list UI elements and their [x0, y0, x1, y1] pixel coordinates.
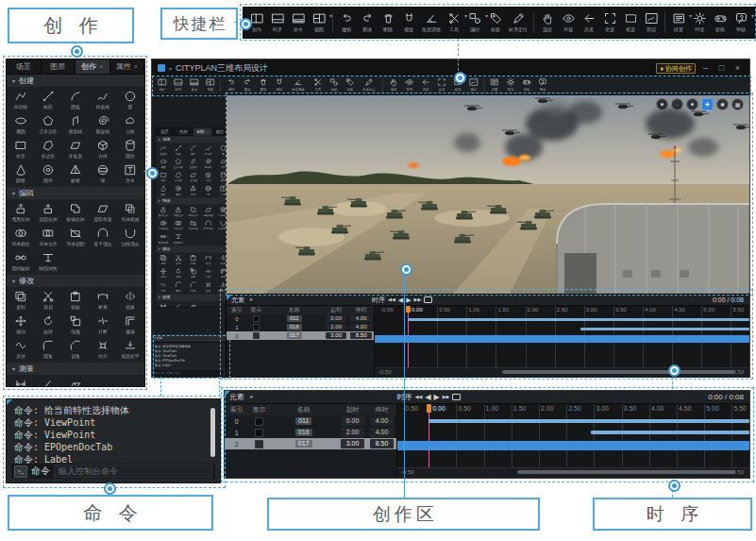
view-grid-button[interactable]: ▦	[731, 98, 744, 110]
toolbar-item-12[interactable]: 材质定位	[358, 77, 380, 94]
tool-pentagon[interactable]: 正多边形	[34, 112, 61, 137]
end-time[interactable]: 4.00	[350, 315, 372, 323]
toolbar-item-7[interactable]: 捕捉	[398, 10, 419, 35]
timeline-bar[interactable]	[408, 318, 749, 321]
panel-tab-1[interactable]: 图层	[175, 128, 193, 136]
tool-scale[interactable]: 缩放	[186, 266, 201, 279]
timeline-ruler[interactable]: -0.500.501.001.502.002.503.003.504.004.5…	[397, 404, 749, 478]
timeline-bar[interactable]	[375, 335, 749, 343]
toolbar-item-4[interactable]: 撤销	[336, 10, 357, 35]
panel-group-header[interactable]: ▾修改	[156, 245, 227, 252]
toolbar-item-10[interactable]: 编组▾	[464, 10, 485, 35]
tool-angle[interactable]: 线角度	[34, 376, 61, 387]
scrollbar-thumb[interactable]	[502, 370, 734, 374]
tool-vline[interactable]: 垂面线	[61, 112, 89, 137]
table-row[interactable]: 00110.004.00	[225, 415, 396, 427]
toolbar-item-14[interactable]: 环视	[558, 10, 579, 35]
tool-spline[interactable]: 样条线	[201, 144, 216, 157]
tool-break[interactable]: 打断	[201, 266, 216, 279]
tool-scale[interactable]: 缩放	[61, 313, 89, 337]
tool-tee[interactable]: 线面转换	[171, 232, 186, 245]
toolbar-item-1[interactable]: 时序	[170, 77, 186, 94]
tool-explode[interactable]: 炸开	[201, 280, 216, 294]
toolbar-item-2[interactable]: 命令	[186, 77, 202, 94]
timeline-scrollbar[interactable]: -0.508.50	[375, 367, 749, 378]
tool-spline[interactable]: 样条线	[90, 88, 117, 112]
tool-union[interactable]: 棱轴拉伸	[186, 205, 201, 218]
tool-tee[interactable]: 线面转换	[34, 249, 61, 274]
start-time[interactable]: 3.00	[326, 332, 347, 340]
tool-subtract[interactable]: 实体相减	[216, 205, 227, 218]
toolbar-item-15[interactable]: 后退	[417, 77, 433, 94]
add-element-button[interactable]: +	[244, 296, 253, 303]
end-time[interactable]: 4.00	[370, 428, 395, 436]
tool-torus[interactable]: 圆环	[34, 161, 61, 186]
toolbar-item-5[interactable]: 重做	[357, 10, 378, 35]
control-group-header[interactable]: ▾ 控制	[152, 334, 226, 342]
timeline-bar[interactable]	[428, 419, 749, 423]
timeline-scrollbar[interactable]: -0.508.50	[397, 467, 749, 478]
panel-group-header[interactable]: ▾测量	[156, 294, 227, 300]
timeline-ruler[interactable]: -0.500.501.001.502.002.503.003.504.004.5…	[375, 306, 749, 378]
visibility-checkbox[interactable]	[255, 417, 263, 426]
tool-arc[interactable]: 圆弧	[186, 144, 201, 157]
tool-arch[interactable]: 签卡强化	[90, 225, 117, 249]
toolbar-item-9[interactable]: 工具▾	[444, 10, 464, 35]
tool-pyramid[interactable]: 棱锥	[61, 161, 89, 186]
visibility-checkbox[interactable]	[253, 332, 260, 339]
orbit-button[interactable]	[656, 98, 668, 110]
tool-angle[interactable]: 线角度	[171, 301, 186, 308]
timeline-bar[interactable]	[580, 328, 749, 330]
toolbar-item-18[interactable]: 跟踪	[465, 77, 481, 94]
scrollbar-thumb[interactable]	[517, 470, 735, 474]
panel-group-header[interactable]: ▾修改	[7, 275, 144, 287]
tool-intersect[interactable]: 实体相交	[7, 225, 34, 249]
toolbar-item-21[interactable]: 游戏	[710, 10, 731, 35]
panel-tab-0[interactable]: 场景	[156, 128, 175, 136]
toolbar-item-18[interactable]: 跟踪	[641, 10, 662, 35]
tool-sphere[interactable]: 球	[201, 184, 216, 197]
maximize-button[interactable]: □	[715, 63, 728, 73]
toolbar-item-11[interactable]: 标签	[485, 10, 506, 35]
toolbar-item-19[interactable]: 设置▾	[668, 10, 689, 35]
panel-group-header[interactable]: ▾编辑	[7, 187, 144, 199]
table-row[interactable]: 20173.008.50	[227, 331, 374, 340]
visibility-checkbox[interactable]	[255, 440, 263, 448]
tool-mirror[interactable]: 镜像	[117, 288, 144, 313]
step-back-button[interactable]: ◀	[425, 394, 430, 401]
toolbar-item-3[interactable]: 视图▾	[202, 77, 218, 94]
toolbar-item-20[interactable]: 环境	[502, 77, 518, 94]
panel-tab-1[interactable]: 图层	[42, 59, 76, 74]
tool-text[interactable]: 文本	[117, 161, 144, 186]
focus-button[interactable]	[686, 98, 698, 110]
tool-pentagon[interactable]: 正多边形	[171, 157, 186, 170]
tool-face[interactable]: 提取单面	[201, 205, 216, 218]
tool-rotate[interactable]: 旋转	[34, 313, 61, 337]
tool-link[interactable]: 面间编辑	[7, 249, 34, 274]
tool-union[interactable]: 棱轴拉伸	[61, 200, 89, 225]
tool-paste[interactable]: 粘贴	[186, 253, 201, 266]
tool-move[interactable]: 移动	[156, 266, 171, 279]
start-time[interactable]: 0.00	[326, 315, 347, 323]
tool-offset[interactable]: 偏移	[117, 313, 144, 337]
playhead-marker[interactable]	[427, 404, 431, 413]
panel-group-header[interactable]: ▾创建	[156, 136, 227, 143]
tool-cut[interactable]: 实体切割	[61, 225, 89, 249]
tool-explode[interactable]: 炸开	[90, 337, 117, 362]
timeline-bar[interactable]	[591, 431, 749, 434]
tool-bridge[interactable]: 桥接	[90, 288, 117, 313]
panel-tab-3[interactable]: 属性×	[110, 59, 145, 74]
close-icon[interactable]: ×	[99, 63, 103, 70]
tool-copy[interactable]: 复制	[7, 288, 34, 313]
toolbar-item-19[interactable]: 设置▾	[486, 77, 502, 94]
rewind-button[interactable]: ◀◀	[415, 395, 423, 399]
end-time[interactable]: 8.50	[370, 439, 395, 448]
tool-extrude2[interactable]: 切面拉伸	[171, 205, 186, 218]
tool-extrude[interactable]: 通用拉伸	[156, 205, 171, 218]
toolbar-item-7[interactable]: 捕捉	[271, 77, 287, 94]
table-row[interactable]: 10162.004.00	[225, 427, 396, 438]
license-badge[interactable]: ♦协同创作	[656, 63, 696, 74]
tool-subtract[interactable]: 实体相减	[117, 200, 144, 225]
tool-cylinder[interactable]: 圆柱	[216, 170, 227, 183]
toolbar-item-20[interactable]: 环境	[689, 10, 710, 35]
